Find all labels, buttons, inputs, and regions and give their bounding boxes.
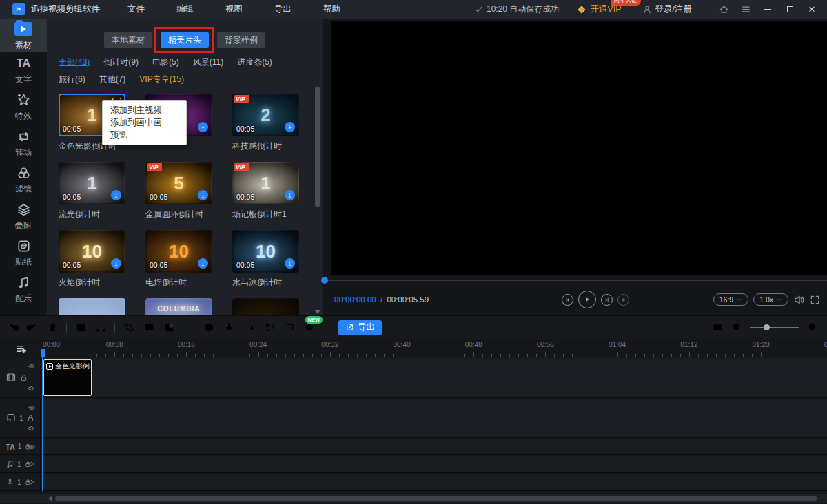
thumbnail-科技感倒计时[interactable]: 2VIP00:05⤓ — [232, 94, 299, 136]
sidebar-item-sticker[interactable]: 贴纸 — [0, 235, 47, 271]
lock-icon[interactable] — [26, 414, 35, 423]
context-menu-item-预览[interactable]: 预览 — [103, 129, 186, 141]
category-风景(11)[interactable]: 风景(11) — [193, 56, 223, 68]
category-全部(43)[interactable]: 全部(43) — [59, 56, 90, 68]
thumbnail-clip[interactable]: ◯ — [232, 298, 299, 315]
download-icon[interactable]: ⤓ — [198, 122, 208, 132]
delete-icon[interactable] — [46, 322, 59, 334]
speaker-icon[interactable] — [28, 478, 36, 486]
download-icon[interactable]: ⤓ — [285, 258, 295, 269]
timeline-scrollbar[interactable] — [0, 494, 827, 503]
sidebar-item-filter[interactable]: 滤镜 — [0, 162, 47, 198]
category-VIP专享(15)[interactable]: VIP专享(15) — [139, 74, 184, 85]
sidebar-item-effects[interactable]: 特效 — [0, 89, 47, 125]
menu-导出[interactable]: 导出 — [274, 3, 292, 15]
fullscreen-icon[interactable] — [810, 295, 820, 305]
category-进度条(5)[interactable]: 进度条(5) — [237, 56, 272, 68]
split-icon[interactable] — [94, 322, 107, 334]
speed-select[interactable]: 1.0x — [753, 293, 788, 306]
hamburger-menu-icon[interactable] — [740, 4, 751, 15]
sidebar-item-text[interactable]: TA文字 — [0, 52, 47, 89]
scroll-left-arrow[interactable] — [48, 496, 52, 501]
minimize-button[interactable] — [762, 4, 773, 15]
materials-scrollbar[interactable] — [315, 87, 320, 314]
context-menu-item-添加到画中画[interactable]: 添加到画中画 — [103, 116, 186, 129]
timeline-zoom-slider[interactable] — [750, 323, 799, 333]
vip-button[interactable]: 开通VIP 周年大促 — [577, 3, 621, 15]
tab-背景样例[interactable]: 背景样例 — [217, 32, 265, 48]
tab-本地素材[interactable]: 本地素材 — [104, 32, 152, 48]
context-menu-item-添加到主视频[interactable]: 添加到主视频 — [103, 104, 186, 116]
sidebar-item-material[interactable]: 素材 — [0, 19, 47, 52]
maximize-button[interactable] — [784, 4, 795, 15]
fit-timeline-icon[interactable] — [711, 322, 724, 334]
speaker-icon[interactable] — [28, 384, 36, 392]
download-icon[interactable]: ⤓ — [198, 258, 208, 269]
tab-精美片头[interactable]: 精美片头 — [161, 32, 209, 48]
stop-button[interactable] — [617, 294, 629, 306]
download-icon[interactable]: ⤓ — [198, 190, 208, 200]
scrollbar-thumb[interactable] — [315, 87, 320, 207]
record-voice-icon[interactable] — [223, 322, 235, 334]
eye-icon[interactable] — [28, 403, 36, 412]
category-旅行(6)[interactable]: 旅行(6) — [59, 74, 85, 85]
edit-clip-icon[interactable] — [74, 322, 87, 334]
eye-icon[interactable] — [28, 362, 36, 370]
menu-编辑[interactable]: 编辑 — [176, 3, 194, 15]
category-电影(5)[interactable]: 电影(5) — [152, 56, 179, 68]
voice-change-icon[interactable] — [263, 322, 275, 334]
thumbnail-电焊倒计时[interactable]: 1000:05⤓ — [145, 230, 212, 273]
home-icon[interactable] — [718, 4, 729, 15]
sidebar-item-overlay[interactable]: 叠附 — [0, 198, 47, 235]
thumbnail-流光倒计时[interactable]: 100:05⤓ — [59, 162, 125, 204]
menu-帮助[interactable]: 帮助 — [323, 3, 340, 15]
seek-handle[interactable] — [321, 277, 328, 284]
scrollbar-down-arrow[interactable] — [315, 310, 320, 314]
timeline-clip[interactable]: 金色光影倒... — [43, 359, 92, 396]
next-frame-button[interactable] — [601, 294, 613, 306]
thumbnail-金属圆环倒计时[interactable]: 5VIP00:05⤓ — [145, 162, 212, 204]
download-icon[interactable]: ⤓ — [285, 122, 295, 132]
menu-文件[interactable]: 文件 — [127, 3, 145, 15]
login-button[interactable]: 登录/注册 — [642, 3, 692, 15]
redo-icon[interactable] — [26, 322, 39, 334]
thumbnail-clip[interactable]: P I X A R — [59, 298, 125, 315]
download-icon[interactable]: ⤓ — [111, 258, 121, 269]
download-icon[interactable]: ⤓ — [285, 190, 295, 200]
undo-icon[interactable] — [6, 322, 19, 334]
lock-icon[interactable] — [19, 373, 28, 382]
thumbnail-clip[interactable]: COLUMBIA — [145, 298, 212, 315]
thumbnail-水与冰倒计时[interactable]: 1000:05⤓ — [232, 230, 299, 273]
seek-bar[interactable] — [323, 279, 827, 282]
text-to-speech-icon[interactable] — [243, 322, 255, 334]
category-倒计时(9)[interactable]: 倒计时(9) — [103, 56, 139, 68]
speaker-icon[interactable] — [28, 460, 36, 468]
close-button[interactable]: ✕ — [806, 4, 817, 15]
aspect-ratio-select[interactable]: 16:9 — [713, 293, 748, 306]
thumbnail-场记板倒计时1[interactable]: 1VIP00:05⤓ — [232, 162, 299, 204]
download-icon[interactable]: ⤓ — [111, 190, 121, 200]
eye-icon[interactable] — [28, 443, 36, 451]
timeline-scrollbar-thumb[interactable] — [55, 496, 817, 501]
thumbnail-火焰倒计时[interactable]: 1000:05⤓ — [59, 230, 125, 273]
audio-wave-icon[interactable] — [183, 322, 195, 334]
timeline-ruler[interactable]: 00:0000:0800:1600:2400:3200:4000:4800:56… — [0, 339, 827, 358]
volume-icon[interactable] — [793, 294, 805, 306]
play-button[interactable] — [578, 291, 596, 308]
export-button[interactable]: 导出 — [338, 320, 382, 335]
zoom-in-icon[interactable] — [806, 322, 819, 334]
mosaic-icon[interactable] — [163, 322, 175, 334]
menu-视图[interactable]: 视图 — [225, 3, 243, 15]
previous-frame-button[interactable] — [562, 294, 573, 306]
add-track-icon[interactable] — [14, 343, 28, 355]
duration-icon[interactable] — [203, 322, 215, 334]
subtitle-template-icon[interactable] — [283, 322, 295, 334]
crop-icon[interactable] — [123, 322, 135, 334]
material-pack-icon[interactable]: NEW — [303, 322, 315, 334]
zoom-out-icon[interactable] — [731, 322, 743, 334]
sidebar-item-music[interactable]: 配乐 — [0, 271, 47, 308]
zoom-slider-knob[interactable] — [764, 324, 770, 330]
speaker-icon[interactable] — [28, 424, 36, 432]
sidebar-item-transition[interactable]: 转场 — [0, 125, 47, 162]
canvas-icon[interactable] — [143, 322, 155, 334]
